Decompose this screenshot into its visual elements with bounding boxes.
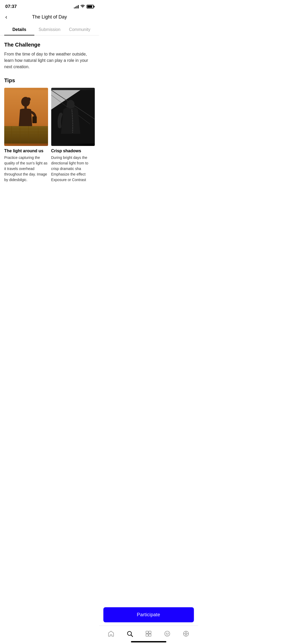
back-button[interactable]: ‹ — [5, 14, 7, 21]
status-time: 07:37 — [5, 4, 17, 9]
challenge-description: From the time of day to the weather outs… — [4, 51, 95, 70]
tab-submission[interactable]: Submission — [34, 24, 64, 35]
svg-point-11 — [26, 97, 31, 101]
tip2-title: Crisp shadows — [51, 149, 95, 153]
page-title: The Light of Day — [32, 14, 67, 20]
header: ‹ The Light of Day — [0, 12, 99, 24]
tip2-description: During bright days the directional light… — [51, 155, 95, 183]
tip-card-1[interactable]: The light around us Practice capturing t… — [4, 88, 48, 183]
tab-community[interactable]: Community — [65, 24, 95, 35]
tip-image-2 — [51, 88, 95, 146]
wifi-icon — [80, 4, 85, 9]
tab-bar: Details Submission Community — [0, 24, 99, 35]
tip1-description: Practice capturing the quality of the su… — [4, 155, 48, 183]
tips-title: Tips — [4, 77, 95, 84]
signal-icon — [74, 5, 79, 8]
tips-grid: The light around us Practice capturing t… — [4, 88, 95, 183]
status-bar: 07:37 — [0, 0, 99, 12]
tip-card-2[interactable]: Crisp shadows During bright days the dir… — [51, 88, 95, 183]
challenge-title: The Challenge — [4, 42, 95, 48]
tab-details[interactable]: Details — [4, 24, 34, 35]
tip-image-1 — [4, 88, 48, 146]
tip1-title: The light around us — [4, 149, 48, 153]
main-content: The Challenge From the time of day to th… — [0, 35, 99, 214]
status-icons — [74, 4, 94, 9]
svg-point-18 — [67, 100, 74, 109]
svg-rect-13 — [32, 116, 37, 123]
battery-icon — [87, 5, 94, 8]
